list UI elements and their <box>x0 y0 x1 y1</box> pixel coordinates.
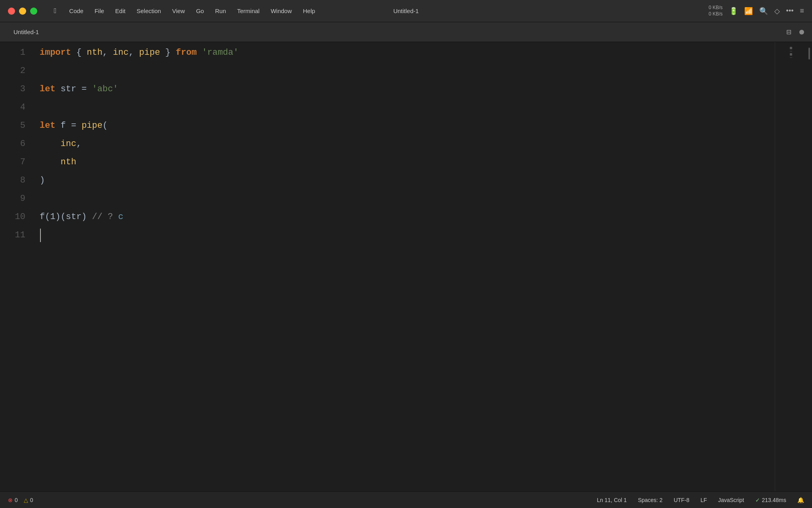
line-numbers: 1 2 3 4 5 6 7 8 9 10 11 <box>0 42 32 491</box>
minimap <box>775 42 806 491</box>
code-line-9 <box>40 190 775 208</box>
code-line-8: ) <box>40 171 775 190</box>
tabbar: Untitled-1 ⊟ <box>0 22 812 42</box>
statusbar: ⊗ 0 △ 0 Ln 11, Col 1 Spaces: 2 UTF-8 LF … <box>0 491 812 508</box>
line-number: 1 <box>20 44 25 62</box>
warn-icon: △ <box>24 497 28 503</box>
gutter-line-9: 9 <box>0 190 25 208</box>
search-icon: 🔍 <box>759 7 768 15</box>
split-editor-icon[interactable]: ⊟ <box>786 28 791 36</box>
titlebar:  Code File Edit Selection View Go Run T… <box>0 0 812 22</box>
file-tab[interactable]: Untitled-1 <box>8 26 44 38</box>
token-nth: nth <box>87 44 103 62</box>
line-number: 6 <box>20 135 25 153</box>
network-up: 0 KB/s <box>709 5 722 11</box>
line-number: 10 <box>15 208 25 226</box>
token-abc: 'abc' <box>92 80 118 98</box>
token-result: c <box>118 208 123 226</box>
token-pipe2: pipe <box>82 117 103 135</box>
menu-code[interactable]: Code <box>65 6 88 16</box>
token-indent7 <box>40 153 61 171</box>
token-comma1: , <box>102 44 113 62</box>
token-brace-open: { <box>71 44 87 62</box>
notification-icon[interactable]: 🔔 <box>797 497 804 503</box>
titlebar-left:  Code File Edit Selection View Go Run T… <box>8 5 320 17</box>
menu-run[interactable]: Run <box>210 6 231 16</box>
line-number: 8 <box>20 171 25 190</box>
wifi-icon: 📶 <box>744 7 753 15</box>
error-number: 0 <box>15 497 18 503</box>
token-let2: let <box>40 117 56 135</box>
token-space <box>197 44 202 62</box>
maximize-button[interactable] <box>30 8 37 15</box>
spaces-indicator[interactable]: Spaces: 2 <box>638 497 663 503</box>
token-comma3: , <box>76 135 81 153</box>
encoding-indicator[interactable]: UTF-8 <box>674 497 689 503</box>
menu-selection[interactable]: Selection <box>132 6 166 16</box>
code-line-7: nth <box>40 153 775 171</box>
gutter-line-2: 2 <box>0 62 25 80</box>
code-line-2 <box>40 62 775 80</box>
code-line-6: inc , <box>40 135 775 153</box>
token-indent6 <box>40 135 61 153</box>
line-ending-indicator[interactable]: LF <box>701 497 707 503</box>
network-info: 0 KB/s 0 KB/s <box>709 5 722 17</box>
gutter-line-4: 4 <box>0 98 25 117</box>
token-inc2: inc <box>61 135 77 153</box>
code-line-5: let f = pipe ( <box>40 117 775 135</box>
code-line-1: import { nth , inc , pipe } from 'ramda' <box>40 44 775 62</box>
token-pipe: pipe <box>139 44 160 62</box>
gutter-line-10: 10 <box>0 208 25 226</box>
error-icon: ⊗ <box>8 497 13 503</box>
text-cursor <box>40 229 41 242</box>
check-icon: ✓ <box>755 497 760 503</box>
token-inc: inc <box>113 44 129 62</box>
network-down: 0 KB/s <box>709 11 722 17</box>
line-number: 9 <box>20 190 25 208</box>
scrollbar[interactable] <box>806 42 812 491</box>
cursor-position[interactable]: Ln 11, Col 1 <box>597 497 627 503</box>
language-indicator[interactable]: JavaScript <box>718 497 744 503</box>
menu-file[interactable]: File <box>90 6 109 16</box>
menu-terminal[interactable]: Terminal <box>232 6 264 16</box>
token-call: f(1)(str) <box>40 208 87 226</box>
gutter-line-7: 7 <box>0 153 25 171</box>
token-f-assign: f = <box>56 117 82 135</box>
menubar:  Code File Edit Selection View Go Run T… <box>49 5 320 17</box>
battery-icon: 🔋 <box>729 7 738 15</box>
warn-number: 0 <box>30 497 33 503</box>
menu-help[interactable]: Help <box>298 6 320 16</box>
menu-go[interactable]: Go <box>191 6 209 16</box>
editor[interactable]: 1 2 3 4 5 6 7 8 9 10 11 import { nth , i… <box>0 42 812 491</box>
code-editor[interactable]: import { nth , inc , pipe } from 'ramda'… <box>32 42 775 491</box>
extensions-icon: ◇ <box>774 7 780 15</box>
timing-value: 213.48ms <box>762 497 786 503</box>
gutter-line-1: 1 <box>0 44 25 62</box>
gutter-line-6: 6 <box>0 135 25 153</box>
menu-window[interactable]: Window <box>266 6 297 16</box>
traffic-lights <box>8 8 37 15</box>
token-str-name: str = <box>56 80 92 98</box>
menu-view[interactable]: View <box>167 6 190 16</box>
apple-menu[interactable]:  <box>49 5 61 17</box>
gutter-line-8: 8 <box>0 171 25 190</box>
token-nth2: nth <box>61 153 77 171</box>
error-count[interactable]: ⊗ 0 △ 0 <box>8 497 33 503</box>
token-brace-close: } <box>160 44 176 62</box>
token-import: import <box>40 44 71 62</box>
line-number: 11 <box>15 226 25 244</box>
minimize-button[interactable] <box>19 8 26 15</box>
line-number: 7 <box>20 153 25 171</box>
more-icon: ••• <box>786 7 794 15</box>
gutter-line-11: 11 <box>0 226 25 244</box>
close-button[interactable] <box>8 8 15 15</box>
titlebar-right: 0 KB/s 0 KB/s 🔋 📶 🔍 ◇ ••• ≡ <box>709 5 804 17</box>
line-number: 2 <box>20 62 25 80</box>
token-comma2: , <box>128 44 139 62</box>
timing-indicator: ✓ 213.48ms <box>755 497 786 503</box>
code-line-11 <box>40 226 775 244</box>
line-number: 4 <box>20 98 25 117</box>
code-line-3: let str = 'abc' <box>40 80 775 98</box>
menu-edit[interactable]: Edit <box>111 6 130 16</box>
statusbar-right: Ln 11, Col 1 Spaces: 2 UTF-8 LF JavaScri… <box>597 497 804 503</box>
